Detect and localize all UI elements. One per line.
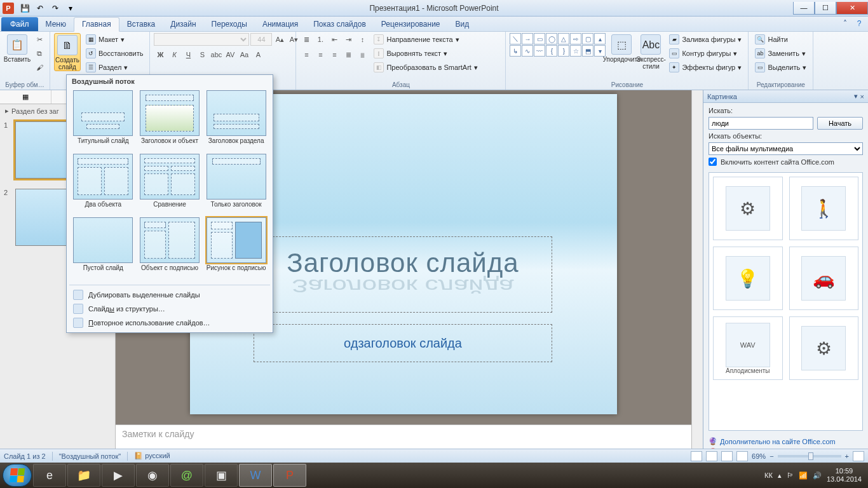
zoom-out-icon[interactable]: − xyxy=(770,452,773,460)
menu-reuse-slides[interactable]: Повторное использование слайдов… xyxy=(69,316,270,330)
layout-title-slide[interactable]: Титульный слайд xyxy=(72,90,135,151)
minimize-ribbon-icon[interactable]: ˄ xyxy=(840,18,850,29)
shape-rect-icon[interactable]: ▭ xyxy=(534,33,545,44)
line-spacing-icon[interactable]: ↕ xyxy=(356,33,369,46)
vertical-scrollbar[interactable] xyxy=(691,90,703,463)
taskbar-explorer-icon[interactable]: 📁 xyxy=(67,464,100,487)
layout-section-header[interactable]: Заголовок раздела xyxy=(205,90,268,151)
subtitle-placeholder[interactable]: одзаголовок слайда xyxy=(254,324,552,362)
undo-icon[interactable]: ↶ xyxy=(33,2,47,15)
clip-1[interactable]: ⚙ xyxy=(713,177,783,240)
menu-duplicate-slides[interactable]: Дублировать выделенные слайды xyxy=(69,288,270,302)
shapes-gallery[interactable]: ＼→▭◯△⇨▢▴ ↳∿〰{}☆⬒▾ xyxy=(510,33,606,57)
shadow-icon[interactable]: abc xyxy=(210,48,222,61)
select-button[interactable]: ▭Выделить ▾ xyxy=(752,61,809,74)
columns-icon[interactable]: ⫼ xyxy=(356,48,369,61)
tab-file[interactable]: Файл xyxy=(1,17,38,31)
layout-comparison[interactable]: Сравнение xyxy=(139,154,201,215)
shape-arrow2-icon[interactable]: ⇨ xyxy=(570,33,581,44)
include-office-checkbox[interactable] xyxy=(709,158,717,166)
pane-close-icon[interactable]: × xyxy=(860,93,864,100)
outline-tab-slides[interactable]: ▦ xyxy=(0,90,51,104)
spacing-icon[interactable]: AV xyxy=(224,48,236,61)
view-reading-icon[interactable] xyxy=(721,451,733,461)
include-office-check[interactable]: Включить контент сайта Office.com xyxy=(709,158,863,166)
indent-inc-icon[interactable]: ⇥ xyxy=(342,33,355,46)
shape-arrow-icon[interactable]: → xyxy=(522,33,533,44)
search-go-button[interactable]: Начать xyxy=(817,117,863,130)
tab-design[interactable]: Дизайн xyxy=(163,18,203,31)
paste-button[interactable]: 📋 Вставить xyxy=(4,33,31,63)
tray-volume-icon[interactable]: 🔊 xyxy=(813,471,822,480)
start-button[interactable] xyxy=(3,464,32,487)
menu-slides-from-outline[interactable]: Слайды из структуры… xyxy=(69,302,270,316)
clip-5[interactable]: WAVАплодисменты xyxy=(713,316,783,380)
tray-flag-icon[interactable]: ▴ xyxy=(778,471,782,480)
layout-blank[interactable]: Пустой слайд xyxy=(72,217,135,278)
view-slideshow-icon[interactable] xyxy=(736,451,748,461)
tray-action-icon[interactable]: 🏳 xyxy=(787,471,794,479)
tab-menu[interactable]: Меню xyxy=(38,18,74,31)
redo-icon[interactable]: ↷ xyxy=(48,2,62,15)
fit-to-window-icon[interactable] xyxy=(853,451,864,461)
shape-roundrect-icon[interactable]: ▢ xyxy=(582,33,593,44)
clip-2[interactable]: 🚶 xyxy=(789,177,859,240)
tab-transitions[interactable]: Переходы xyxy=(204,18,255,31)
numbering-icon[interactable]: 1. xyxy=(314,33,327,46)
tab-animation[interactable]: Анимация xyxy=(255,18,306,31)
zoom-slider[interactable] xyxy=(778,455,841,458)
shape-more-up-icon[interactable]: ▴ xyxy=(594,33,606,44)
taskbar-wmp-icon[interactable]: ▶ xyxy=(102,464,135,487)
maximize-button[interactable]: ☐ xyxy=(815,2,836,15)
bullets-icon[interactable]: ≣ xyxy=(300,33,313,46)
shape-tri-icon[interactable]: △ xyxy=(558,33,569,44)
shape-outline-button[interactable]: ▭Контур фигуры ▾ xyxy=(667,47,744,60)
indent-dec-icon[interactable]: ⇤ xyxy=(328,33,341,46)
objects-select[interactable]: Все файлы мультимедиа xyxy=(709,142,863,155)
help-icon[interactable]: ? xyxy=(854,18,864,29)
section-button[interactable]: ☰Раздел ▾ xyxy=(83,61,146,74)
shape-ellipse-icon[interactable]: ◯ xyxy=(546,33,557,44)
layout-button[interactable]: ▦Макет ▾ xyxy=(83,33,146,46)
taskbar-app1-icon[interactable]: ▣ xyxy=(205,464,238,487)
tray-lang[interactable]: КК xyxy=(764,471,773,479)
clip-3[interactable]: 💡 xyxy=(713,247,783,310)
pane-dropdown-icon[interactable]: ▾ xyxy=(854,92,858,100)
convert-smartart-button[interactable]: ◧Преобразовать в SmartArt ▾ xyxy=(371,61,480,74)
find-button[interactable]: 🔍Найти xyxy=(752,33,809,46)
shape-more-down-icon[interactable]: ▾ xyxy=(594,45,606,57)
taskbar-powerpoint-icon[interactable]: P xyxy=(273,464,306,487)
shape-connector-icon[interactable]: ↳ xyxy=(510,45,521,57)
taskbar-ie-icon[interactable]: e xyxy=(33,464,66,487)
align-right-icon[interactable]: ≡ xyxy=(328,48,341,61)
reset-button[interactable]: ↺Восстановить xyxy=(83,47,146,60)
tab-slideshow[interactable]: Показ слайдов xyxy=(306,18,374,31)
taskbar-mail-icon[interactable]: @ xyxy=(170,464,203,487)
minimize-button[interactable]: — xyxy=(793,2,815,15)
tab-review[interactable]: Рецензирование xyxy=(374,18,448,31)
app-icon[interactable]: P xyxy=(3,3,14,14)
shape-brace2-icon[interactable]: } xyxy=(558,45,569,57)
tray-clock[interactable]: 10:59 13.04.2014 xyxy=(827,467,862,484)
font-color-icon[interactable]: A xyxy=(252,48,264,61)
clip-6[interactable]: ⚙ xyxy=(789,316,859,380)
tab-home[interactable]: Главная xyxy=(74,17,119,32)
grow-font-icon[interactable]: A▴ xyxy=(273,33,286,46)
layout-content-caption[interactable]: Объект с подписью xyxy=(139,217,201,278)
close-button[interactable]: ✕ xyxy=(836,2,868,15)
taskbar-chrome-icon[interactable]: ◉ xyxy=(136,464,169,487)
zoom-in-icon[interactable]: + xyxy=(845,452,849,460)
cut-icon[interactable]: ✂ xyxy=(33,33,46,46)
bold-icon[interactable]: Ж xyxy=(154,48,166,61)
shape-free-icon[interactable]: 〰 xyxy=(534,45,545,57)
qat-more-icon[interactable]: ▾ xyxy=(64,2,78,15)
shape-callout-icon[interactable]: ⬒ xyxy=(582,45,593,57)
layout-title-only[interactable]: Только заголовок xyxy=(205,154,268,215)
font-family-select[interactable] xyxy=(154,33,249,46)
case-icon[interactable]: Aa xyxy=(238,48,250,61)
zoom-handle[interactable] xyxy=(808,452,813,460)
shape-star-icon[interactable]: ☆ xyxy=(570,45,581,57)
replace-button[interactable]: abЗаменить ▾ xyxy=(752,47,809,60)
title-placeholder[interactable]: Заголовок слайда Заголовок слайда xyxy=(254,236,552,313)
status-lang[interactable]: 📔 русский xyxy=(134,452,170,460)
